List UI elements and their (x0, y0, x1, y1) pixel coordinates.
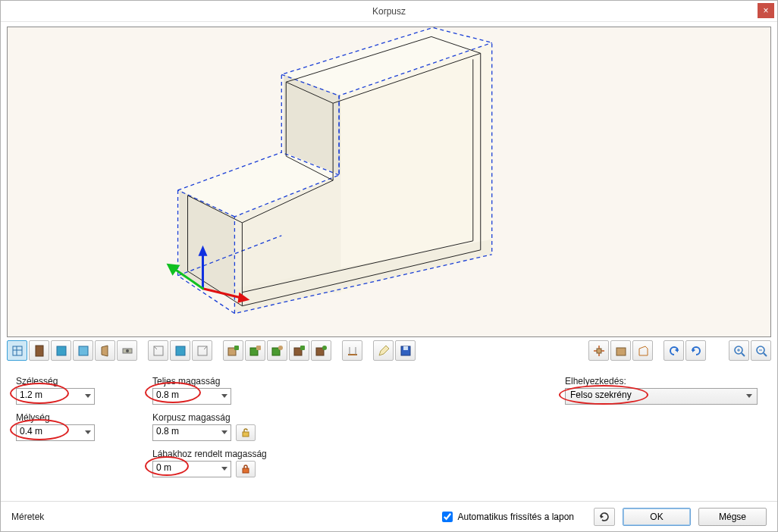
tool-side-button[interactable] (95, 340, 115, 361)
save-icon (399, 344, 413, 358)
panel-icon (55, 344, 68, 358)
width-combo[interactable]: 1.2 m (16, 388, 95, 405)
carcass-height-lock-button[interactable] (236, 424, 256, 441)
window-title: Korpusz (372, 6, 406, 17)
svg-point-41 (322, 346, 327, 350)
auto-refresh-input[interactable] (442, 512, 453, 522)
titlebar: Korpusz × (1, 1, 777, 22)
svg-rect-47 (403, 346, 408, 350)
carcass-height-field: Korpusz magasság 0.8 m (152, 412, 410, 441)
width-value: 1.2 m (20, 390, 42, 400)
close-button[interactable]: × (758, 3, 774, 18)
auto-refresh-checkbox[interactable]: Automatikus frissítés a lapon (439, 509, 574, 524)
total-height-combo[interactable]: 0.8 m (152, 388, 231, 405)
add-d-icon (293, 344, 306, 358)
tool-edit-button[interactable] (373, 340, 394, 361)
svg-marker-63 (85, 430, 91, 434)
chevron-down-icon (221, 394, 227, 399)
tool-box-b-button[interactable] (632, 340, 653, 361)
zoom-out-button[interactable] (751, 340, 771, 361)
tool-wire-right-button[interactable] (192, 340, 212, 361)
placement-value: Felso szekrény (570, 390, 632, 400)
chevron-down-icon (85, 430, 91, 435)
box-b-icon (636, 344, 650, 358)
dimensions-icon (11, 344, 24, 358)
width-field: Szélesség 1.2 m (16, 376, 152, 405)
svg-marker-64 (221, 394, 227, 398)
svg-rect-22 (57, 346, 66, 355)
box-a-icon (614, 344, 628, 358)
measure-icon (346, 344, 359, 358)
svg-marker-67 (221, 467, 227, 471)
svg-rect-66 (243, 432, 249, 437)
column-left: Szélesség 1.2 m Mélység 0.4 m (16, 376, 152, 501)
model-drawing (8, 27, 770, 336)
svg-marker-69 (746, 394, 752, 398)
tool-add-a-button[interactable] (223, 340, 243, 361)
wire-right-icon (196, 344, 209, 358)
chevron-down-icon (85, 394, 91, 399)
svg-line-56 (742, 353, 745, 356)
tool-box-a-button[interactable] (610, 340, 631, 361)
chevron-down-icon (746, 394, 752, 399)
undo-button[interactable] (663, 340, 684, 361)
unlock-icon (240, 427, 251, 438)
column-right: Elhelyezkedés: Felso szekrény (565, 376, 762, 501)
tool-panel-b-button[interactable] (73, 340, 93, 361)
depth-combo[interactable]: 0.4 m (16, 424, 95, 441)
svg-marker-24 (102, 346, 108, 356)
cancel-button[interactable]: Mégse (698, 508, 767, 526)
svg-rect-29 (176, 346, 185, 355)
move-icon (592, 344, 606, 358)
tool-dimensions-button[interactable] (7, 340, 27, 361)
tool-wire-mid-button[interactable] (170, 340, 190, 361)
tool-add-b-button[interactable] (245, 340, 265, 361)
viewport-3d[interactable] (7, 27, 771, 337)
edit-icon (377, 344, 391, 358)
tool-door-button[interactable] (29, 340, 49, 361)
close-icon: × (763, 5, 768, 16)
chevron-down-icon (221, 467, 227, 471)
zoom-in-button[interactable] (729, 340, 749, 361)
total-height-field: Teljes magasság 0.8 m (152, 376, 410, 405)
refresh-button[interactable] (594, 508, 615, 526)
panel-alt-icon (77, 344, 90, 358)
svg-rect-51 (616, 348, 626, 355)
svg-line-28 (154, 346, 157, 349)
ok-button[interactable]: OK (623, 508, 691, 526)
footer: Méretek Automatikus frissítés a lapon OK… (1, 501, 777, 531)
placement-label: Elhelyezkedés: (565, 376, 762, 386)
leg-height-combo[interactable]: 0 m (152, 461, 231, 477)
tool-handle-button[interactable] (117, 340, 137, 361)
tool-wire-left-button[interactable] (148, 340, 168, 361)
redo-button[interactable] (685, 340, 706, 361)
wire-left-icon (152, 344, 165, 358)
tool-add-d-button[interactable] (289, 340, 309, 361)
carcass-height-combo[interactable]: 0.8 m (152, 424, 231, 441)
tool-save-button[interactable] (395, 340, 416, 361)
leg-height-field: Lábakhoz rendelt magasság 0 m (152, 449, 410, 477)
tool-measure-button[interactable] (342, 340, 362, 361)
width-label: Szélesség (16, 376, 152, 386)
tool-move-button[interactable] (588, 340, 609, 361)
tool-panel-a-button[interactable] (51, 340, 71, 361)
svg-rect-68 (243, 468, 249, 473)
column-middle: Teljes magasság 0.8 m Korpusz magasság 0… (152, 376, 410, 501)
placement-field: Elhelyezkedés: Felso szekrény (565, 376, 762, 405)
door-icon (33, 344, 46, 358)
tool-add-e-button[interactable] (311, 340, 331, 361)
depth-field: Mélység 0.4 m (16, 412, 152, 441)
svg-rect-39 (300, 346, 305, 350)
svg-rect-23 (79, 346, 88, 355)
chevron-down-icon (221, 430, 227, 435)
svg-marker-62 (85, 394, 91, 398)
leg-height-lock-button[interactable] (236, 461, 256, 477)
add-b-icon (249, 344, 262, 358)
svg-rect-21 (36, 346, 43, 356)
svg-marker-52 (639, 346, 648, 355)
tool-add-c-button[interactable] (267, 340, 287, 361)
svg-rect-33 (234, 346, 239, 350)
carcass-height-value: 0.8 m (156, 426, 179, 437)
placement-combo[interactable]: Felso szekrény (565, 388, 758, 405)
zoom-out-icon (754, 344, 768, 358)
